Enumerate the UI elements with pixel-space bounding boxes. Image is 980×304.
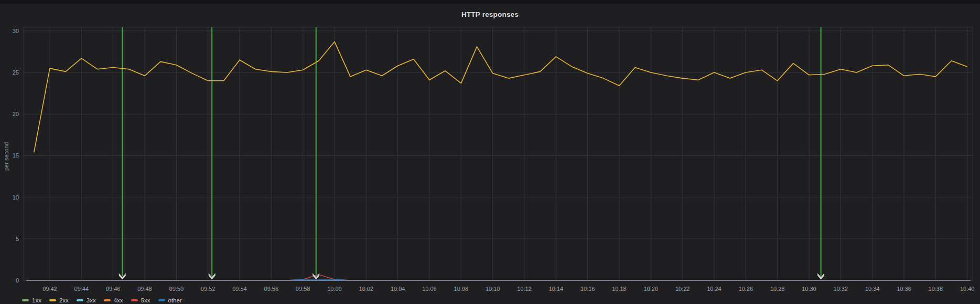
svg-text:10:32: 10:32 <box>834 286 848 292</box>
legend-label: 3xx <box>87 297 96 303</box>
legend-swatch-icon <box>158 299 165 301</box>
legend-item-5xx[interactable]: 5xx <box>131 297 150 303</box>
svg-text:09:46: 09:46 <box>106 286 121 292</box>
svg-text:10:10: 10:10 <box>486 286 500 292</box>
svg-text:10:00: 10:00 <box>327 286 342 292</box>
legend-item-3xx[interactable]: 3xx <box>77 297 96 303</box>
annotation-lines <box>122 27 821 279</box>
svg-text:10:16: 10:16 <box>580 286 595 292</box>
svg-text:09:50: 09:50 <box>169 286 184 292</box>
legend-swatch-icon <box>104 299 111 301</box>
svg-text:20: 20 <box>13 111 19 117</box>
svg-text:10:36: 10:36 <box>897 286 911 292</box>
svg-text:10: 10 <box>13 194 19 201</box>
series-5xx <box>34 275 967 280</box>
svg-text:10:04: 10:04 <box>391 286 405 292</box>
svg-text:09:54: 09:54 <box>232 286 247 292</box>
svg-text:10:18: 10:18 <box>612 286 627 292</box>
svg-text:09:58: 09:58 <box>296 286 310 292</box>
legend-label: 5xx <box>141 297 150 303</box>
svg-text:10:24: 10:24 <box>707 286 721 292</box>
legend-swatch-icon <box>49 299 56 301</box>
legend-label: 4xx <box>114 297 123 303</box>
svg-text:10:30: 10:30 <box>802 286 816 292</box>
annotation-arrow-icons[interactable] <box>119 272 824 280</box>
svg-text:25: 25 <box>13 69 19 76</box>
svg-text:10:40: 10:40 <box>960 286 975 292</box>
svg-text:10:08: 10:08 <box>454 286 469 292</box>
y-axis-tick-labels: 051015202530 <box>13 28 19 284</box>
svg-text:5: 5 <box>16 236 19 242</box>
svg-text:10:14: 10:14 <box>549 286 564 292</box>
legend-label: 1xx <box>32 297 41 303</box>
legend-label: 2xx <box>59 297 69 303</box>
legend: 1xx2xx3xx4xx5xxother <box>22 297 182 303</box>
svg-text:0: 0 <box>16 277 19 284</box>
svg-text:30: 30 <box>13 28 19 34</box>
svg-text:10:34: 10:34 <box>865 286 880 292</box>
legend-item-2xx[interactable]: 2xx <box>49 297 69 303</box>
svg-text:09:52: 09:52 <box>201 286 216 292</box>
svg-text:10:26: 10:26 <box>739 286 753 292</box>
legend-label: other <box>168 297 182 303</box>
svg-text:10:06: 10:06 <box>422 286 437 292</box>
svg-text:10:38: 10:38 <box>929 286 943 292</box>
svg-text:10:20: 10:20 <box>644 286 659 292</box>
legend-item-4xx[interactable]: 4xx <box>104 297 123 303</box>
legend-swatch-icon <box>22 299 29 301</box>
svg-text:10:28: 10:28 <box>770 286 785 292</box>
chart-canvas[interactable]: 05101520253009:4209:4409:4609:4809:5009:… <box>0 4 980 304</box>
svg-text:09:56: 09:56 <box>264 286 279 292</box>
graph-panel: HTTP responses per second 05101520253009… <box>0 4 980 304</box>
legend-item-1xx[interactable]: 1xx <box>22 297 41 303</box>
legend-item-other[interactable]: other <box>158 297 182 303</box>
legend-swatch-icon <box>77 299 83 301</box>
svg-text:09:48: 09:48 <box>137 286 152 292</box>
svg-text:09:44: 09:44 <box>74 286 89 292</box>
svg-text:10:22: 10:22 <box>675 286 690 292</box>
svg-text:10:12: 10:12 <box>517 286 532 292</box>
svg-text:10:02: 10:02 <box>359 286 374 292</box>
grid <box>24 27 973 280</box>
legend-swatch-icon <box>131 299 138 301</box>
series-2xx <box>34 41 967 152</box>
svg-text:15: 15 <box>13 152 19 159</box>
svg-text:09:42: 09:42 <box>42 286 57 292</box>
x-axis-tick-labels: 09:4209:4409:4609:4809:5009:5209:5409:56… <box>42 286 974 292</box>
